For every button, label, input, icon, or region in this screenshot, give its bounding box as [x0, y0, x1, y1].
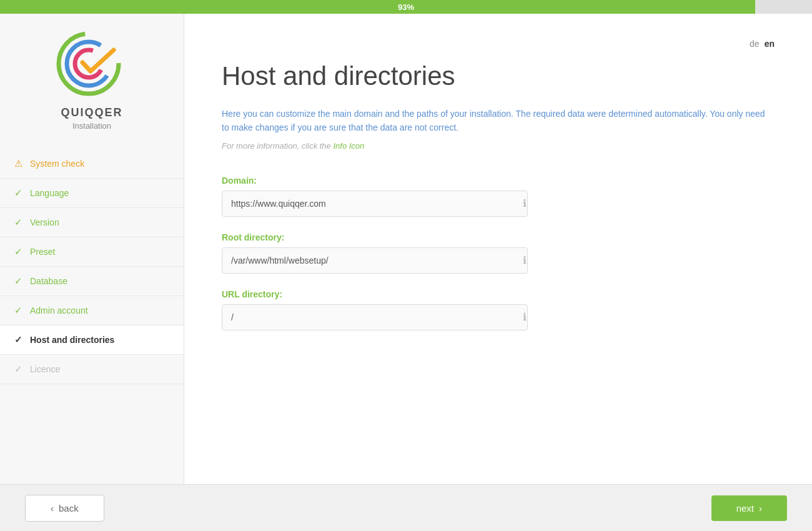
next-label: next: [736, 503, 754, 514]
sidebar-item-version[interactable]: ✓ Version: [0, 208, 184, 237]
lang-en-button[interactable]: en: [765, 39, 775, 49]
back-button[interactable]: ‹ back: [25, 495, 104, 522]
form-section: Domain: ℹ Root directory: ℹ URL director…: [222, 176, 534, 346]
chevron-right-icon: ›: [759, 503, 762, 514]
check-icon-version: ✓: [12, 217, 24, 228]
check-icon-language: ✓: [12, 187, 24, 199]
sidebar: QUIQQER Installation ⚠ System check ✓ La…: [0, 14, 184, 484]
root-input[interactable]: [222, 247, 528, 274]
sidebar-item-database[interactable]: ✓ Database: [0, 267, 184, 296]
form-group-root: Root directory: ℹ: [222, 232, 534, 274]
sidebar-item-host-directories[interactable]: ✓ Host and directories: [0, 325, 184, 355]
check-icon-admin: ✓: [12, 305, 24, 316]
logo-subtitle: Installation: [72, 121, 111, 131]
url-input-wrapper: ℹ: [222, 304, 534, 330]
check-icon-host: ✓: [12, 334, 24, 345]
quiqqer-logo: [54, 26, 129, 101]
domain-input[interactable]: [222, 191, 528, 217]
domain-input-wrapper: ℹ: [222, 191, 534, 217]
logo-container: QUIQQER Installation: [54, 26, 129, 131]
sidebar-item-label-version: Version: [30, 217, 59, 227]
page-description: Here you can customize the main domain a…: [222, 107, 775, 135]
form-group-url: URL directory: ℹ: [222, 289, 534, 330]
info-icon-label: Info Icon: [333, 141, 364, 151]
url-input[interactable]: [222, 304, 528, 330]
next-button[interactable]: next ›: [711, 495, 787, 521]
form-group-domain: Domain: ℹ: [222, 176, 534, 217]
main-layout: QUIQQER Installation ⚠ System check ✓ La…: [0, 14, 812, 484]
sidebar-item-language[interactable]: ✓ Language: [0, 179, 184, 208]
sidebar-item-label-preset: Preset: [30, 247, 55, 257]
page-info-text: For more information, click the Info Ico…: [222, 141, 775, 151]
check-icon-database: ✓: [12, 275, 24, 287]
sidebar-item-system-check[interactable]: ⚠ System check: [0, 149, 184, 179]
root-info-icon[interactable]: ℹ: [523, 254, 527, 266]
sidebar-item-preset[interactable]: ✓ Preset: [0, 237, 184, 267]
sidebar-item-label-database: Database: [30, 276, 67, 286]
sidebar-item-licence[interactable]: ✓ Licence: [0, 355, 184, 384]
url-info-icon[interactable]: ℹ: [523, 311, 527, 323]
check-icon-preset: ✓: [12, 246, 24, 257]
progress-bar-container: 93%: [0, 0, 812, 14]
sidebar-item-label-host: Host and directories: [30, 335, 114, 345]
sidebar-item-admin-account[interactable]: ✓ Admin account: [0, 296, 184, 325]
progress-bar-text: 93%: [398, 2, 414, 12]
lang-de-button[interactable]: de: [750, 39, 760, 49]
progress-bar-fill: [0, 0, 755, 14]
url-label: URL directory:: [222, 289, 534, 299]
info-text-prefix: For more information, click the: [222, 141, 333, 151]
back-label: back: [59, 503, 79, 514]
domain-info-icon[interactable]: ℹ: [523, 197, 527, 209]
page-title: Host and directories: [222, 61, 775, 91]
footer: ‹ back next ›: [0, 484, 812, 531]
chevron-left-icon: ‹: [51, 503, 54, 514]
sidebar-item-label-system-check: System check: [30, 159, 84, 169]
sidebar-item-label-licence: Licence: [30, 364, 60, 374]
content-area: de en Host and directories Here you can …: [184, 14, 812, 484]
root-input-wrapper: ℹ: [222, 247, 534, 274]
sidebar-nav: ⚠ System check ✓ Language ✓ Version ✓ Pr…: [0, 149, 184, 384]
sidebar-item-label-language: Language: [30, 188, 69, 198]
root-label: Root directory:: [222, 232, 534, 242]
sidebar-item-label-admin: Admin account: [30, 305, 88, 315]
domain-label: Domain:: [222, 176, 534, 186]
lang-switcher: de en: [222, 39, 775, 49]
check-icon-licence: ✓: [12, 364, 24, 375]
warning-icon: ⚠: [12, 158, 24, 169]
logo-title: QUIQQER: [61, 106, 122, 119]
